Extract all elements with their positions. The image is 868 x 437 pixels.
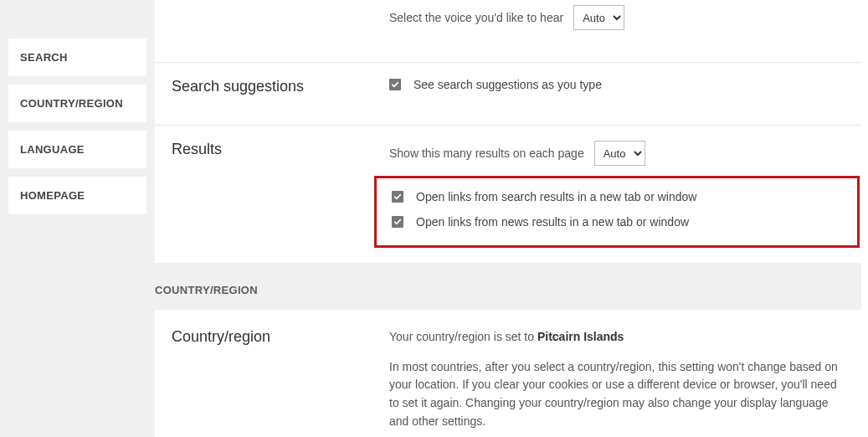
country-region-set-text: Your country/region is set to Pitcairn I… bbox=[389, 328, 845, 347]
country-region-set-prefix: Your country/region is set to bbox=[389, 330, 537, 343]
sidebar-item-language[interactable]: LANGUAGE bbox=[8, 131, 146, 168]
search-suggestions-row: Search suggestions See search suggestion… bbox=[155, 62, 861, 125]
sidebar-item-country-region[interactable]: COUNTRY/REGION bbox=[8, 85, 146, 122]
results-per-page-select[interactable]: Auto bbox=[594, 141, 645, 166]
sidebar-item-homepage[interactable]: HOMEPAGE bbox=[8, 177, 146, 214]
settings-sidebar: SEARCH COUNTRY/REGION LANGUAGE HOMEPAGE bbox=[0, 0, 155, 437]
voice-select[interactable]: Auto bbox=[573, 5, 624, 30]
sidebar-item-label: LANGUAGE bbox=[20, 143, 85, 156]
results-row: Results Show this many results on each p… bbox=[155, 125, 861, 263]
suggestions-checkbox-label: See search suggestions as you type bbox=[413, 78, 602, 91]
results-per-page-label: Show this many results on each page bbox=[389, 147, 584, 160]
results-highlight-box: Open links from search results in a new … bbox=[374, 176, 860, 248]
sidebar-item-label: HOMEPAGE bbox=[20, 189, 85, 202]
sidebar-item-label: SEARCH bbox=[20, 51, 68, 64]
open-search-new-tab-checkbox[interactable] bbox=[392, 191, 403, 203]
open-news-new-tab-label: Open links from news results in a new ta… bbox=[416, 215, 689, 229]
country-region-current: Pitcairn Islands bbox=[537, 330, 624, 343]
open-search-new-tab-label: Open links from search results in a new … bbox=[416, 190, 696, 203]
section-heading-suggestions: Search suggestions bbox=[172, 78, 389, 103]
sidebar-item-search[interactable]: SEARCH bbox=[8, 39, 146, 76]
country-region-row: Country/region Your country/region is se… bbox=[155, 310, 861, 437]
voice-label: Select the voice you'd like to hear bbox=[389, 11, 563, 24]
section-heading-results: Results bbox=[172, 141, 389, 248]
open-news-new-tab-checkbox[interactable] bbox=[392, 216, 403, 228]
settings-main: Select the voice you'd like to hear Auto… bbox=[155, 0, 868, 437]
country-region-description: In most countries, after you select a co… bbox=[389, 358, 845, 431]
group-header-label: COUNTRY/REGION bbox=[155, 284, 258, 296]
voice-row: Select the voice you'd like to hear Auto bbox=[155, 0, 861, 62]
sidebar-item-label: COUNTRY/REGION bbox=[20, 97, 123, 110]
section-heading-country-region: Country/region bbox=[172, 328, 389, 437]
suggestions-checkbox[interactable] bbox=[389, 79, 401, 90]
group-header-country-region: COUNTRY/REGION bbox=[155, 263, 861, 310]
